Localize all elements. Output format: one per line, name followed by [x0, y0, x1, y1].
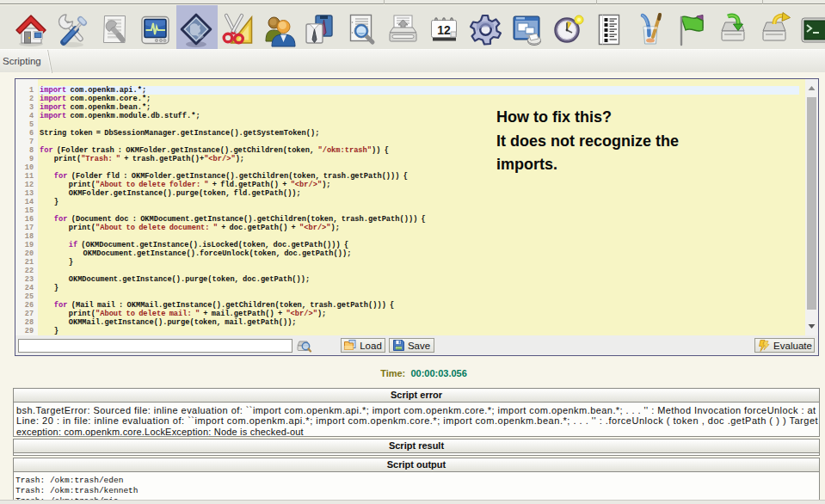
svg-text:12: 12 [437, 23, 451, 37]
